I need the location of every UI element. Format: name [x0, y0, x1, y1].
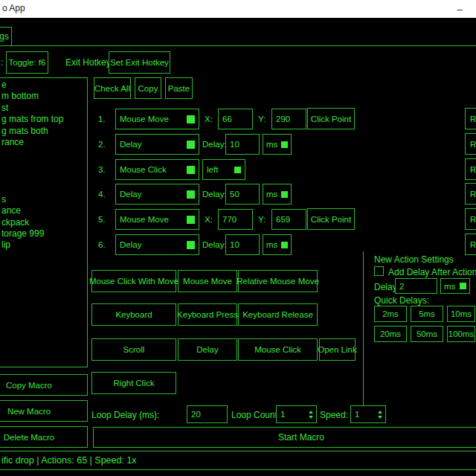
delay-input[interactable]: 50 — [225, 184, 260, 205]
y-input[interactable]: 659 — [271, 209, 306, 230]
remove-action-button[interactable]: R — [465, 208, 476, 230]
remove-action-button[interactable]: R — [465, 133, 476, 155]
add-delay-after-action-checkbox[interactable] — [374, 266, 384, 276]
tab-settings[interactable]: gs — [0, 27, 12, 46]
action-type-dropdown[interactable]: Mouse Click — [115, 159, 199, 180]
macro-list-item[interactable]: m bottom — [0, 91, 87, 102]
remove-action-button[interactable]: R — [465, 158, 476, 180]
quick-delay-2ms-button[interactable]: 2ms — [374, 306, 407, 322]
quick-delay-50ms-button[interactable]: 50ms — [411, 326, 443, 342]
check-all-button[interactable]: Check All — [94, 77, 131, 99]
x-label: X: — [205, 209, 213, 230]
dropdown-indicator-icon — [187, 190, 195, 199]
delay-unit-dropdown[interactable]: ms — [263, 134, 292, 155]
speed-stepper[interactable]: 1 — [350, 405, 386, 423]
add-mouse-move-button[interactable]: Mouse Move — [178, 270, 237, 292]
macro-list[interactable]: e m bottom st g mats from top g mats bot… — [0, 77, 88, 367]
macro-list-item[interactable]: st — [0, 103, 87, 114]
delay-unit-dropdown[interactable]: ms — [263, 234, 292, 255]
action-type-dropdown[interactable]: Delay — [115, 134, 199, 155]
action-type-dropdown[interactable]: Delay — [115, 234, 199, 255]
macro-list-item[interactable] — [0, 171, 87, 182]
add-keyboard-release-button[interactable]: Keyboard Release — [238, 303, 318, 326]
add-mouse-click-with-move-button[interactable]: Mouse Click With Move — [91, 270, 176, 292]
x-input[interactable]: 66 — [218, 109, 253, 129]
remove-action-button[interactable]: R — [465, 183, 476, 205]
macro-list-item[interactable] — [0, 148, 87, 159]
action-row: 2. Delay Delay: 10 ms — [94, 134, 476, 155]
remove-action-button[interactable]: R — [465, 234, 476, 255]
delay-unit-value: ms — [266, 140, 277, 149]
click-point-button[interactable]: Click Point — [307, 108, 355, 129]
add-keyboard-button[interactable]: Keyboard — [91, 303, 176, 326]
y-input[interactable]: 290 — [271, 109, 306, 129]
spinner-arrows-icon[interactable] — [309, 411, 313, 419]
quick-delay-5ms-button[interactable]: 5ms — [411, 306, 443, 322]
quick-delay-100ms-button[interactable]: 100ms — [447, 326, 475, 342]
panel-divider — [363, 251, 364, 405]
new-action-delay-unit-value: ms — [444, 282, 455, 291]
status-text: ific drop | Actions: 65 | Speed: 1x — [1, 455, 137, 466]
minimize-button[interactable]: – — [446, 0, 473, 18]
toggle-hotkey-button[interactable]: Toggle: f6 — [6, 51, 48, 74]
macro-list-item[interactable]: lip — [0, 239, 87, 251]
click-point-button[interactable]: Click Point — [307, 208, 355, 230]
action-type-dropdown[interactable]: Mouse Move — [115, 209, 199, 230]
dropdown-indicator-icon — [187, 166, 195, 174]
add-scroll-button[interactable]: Scroll — [91, 338, 176, 361]
speed-label: Speed: — [320, 410, 348, 420]
copy-button[interactable]: Copy — [135, 77, 161, 99]
paste-button[interactable]: Paste — [165, 77, 193, 99]
tab-settings-label: gs — [0, 31, 9, 42]
set-exit-hotkey-button[interactable]: Set Exit Hotkey — [109, 51, 170, 74]
macro-list-item[interactable]: e — [0, 80, 87, 91]
add-open-link-button[interactable]: Open Link — [319, 338, 356, 361]
new-macro-button[interactable]: New Macro — [0, 400, 88, 422]
add-mouse-click-button[interactable]: Mouse Click — [238, 338, 318, 361]
delete-macro-button[interactable]: Delete Macro — [0, 426, 88, 448]
spinner-arrows-icon[interactable] — [378, 411, 382, 419]
macro-list-item[interactable]: rance — [0, 137, 87, 148]
quick-delay-20ms-button[interactable]: 20ms — [374, 326, 407, 342]
add-delay-button[interactable]: Delay — [178, 338, 237, 361]
add-relative-mouse-move-button[interactable]: Relative Mouse Move — [238, 270, 318, 292]
y-label: Y: — [258, 109, 266, 129]
delay-unit-dropdown[interactable]: ms — [263, 184, 292, 205]
macro-list-item[interactable]: ance — [0, 205, 87, 216]
delay-input[interactable]: 10 — [225, 134, 260, 155]
add-keyboard-press-button[interactable]: Keyboard Press — [178, 303, 237, 326]
macro-list-item[interactable] — [0, 183, 87, 194]
macro-list-item[interactable]: ckpack — [0, 217, 87, 228]
new-action-settings-title: New Action Settings — [374, 254, 454, 265]
action-type-dropdown[interactable]: Mouse Move — [115, 109, 199, 129]
action-type-dropdown[interactable]: Delay — [115, 184, 199, 205]
dropdown-indicator-icon — [460, 283, 466, 289]
add-right-click-button[interactable]: Right Click — [91, 372, 176, 394]
dropdown-indicator-icon — [187, 241, 195, 249]
start-macro-button[interactable]: Start Macro — [93, 427, 476, 448]
x-input[interactable]: 770 — [218, 209, 253, 230]
title-bar: o App – — [0, 0, 476, 18]
action-type-value: Delay — [120, 240, 141, 249]
action-number: 2. — [98, 134, 106, 155]
new-action-delay-input[interactable]: 2 — [395, 278, 437, 294]
copy-macro-button[interactable]: Copy Macro — [0, 374, 88, 396]
macro-list-item[interactable]: g mats both — [0, 126, 87, 137]
macro-list-item[interactable]: g mats from top — [0, 114, 87, 125]
loop-count-stepper[interactable]: 1 — [276, 405, 317, 423]
remove-action-button[interactable]: R — [465, 108, 476, 129]
dropdown-indicator-icon — [281, 242, 288, 248]
delay-unit-value: ms — [266, 190, 277, 199]
loop-delay-input[interactable]: 20 — [187, 405, 228, 423]
action-row: 4. Delay Delay: 50 ms — [94, 184, 476, 205]
new-action-delay-unit-dropdown[interactable]: ms — [440, 278, 470, 294]
macro-list-item[interactable] — [0, 160, 87, 171]
macro-list-item[interactable]: torage 999 — [0, 228, 87, 239]
macro-list-item[interactable]: s — [0, 194, 87, 205]
toggle-hotkey-label: : — [1, 57, 3, 68]
delay-input[interactable]: 10 — [225, 234, 260, 255]
quick-delay-10ms-button[interactable]: 10ms — [447, 306, 475, 322]
loop-count-value: 1 — [280, 410, 285, 419]
click-button-dropdown[interactable]: left — [202, 159, 245, 180]
action-type-value: Mouse Click — [120, 165, 167, 174]
